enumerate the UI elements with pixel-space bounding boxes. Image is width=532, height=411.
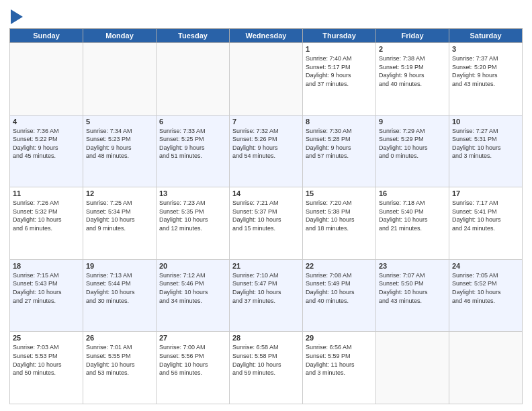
page: SundayMondayTuesdayWednesdayThursdayFrid… (0, 0, 532, 411)
calendar-week-5: 25Sunrise: 7:03 AM Sunset: 5:53 PM Dayli… (10, 332, 523, 404)
day-number: 29 (306, 334, 373, 342)
day-number: 19 (86, 262, 153, 270)
calendar-cell: 19Sunrise: 7:13 AM Sunset: 5:44 PM Dayli… (83, 259, 157, 332)
day-info: Sunrise: 7:40 AM Sunset: 5:17 PM Dayligh… (306, 54, 373, 88)
day-number: 10 (452, 118, 519, 126)
day-info: Sunrise: 7:18 AM Sunset: 5:40 PM Dayligh… (379, 199, 446, 232)
calendar-cell: 13Sunrise: 7:23 AM Sunset: 5:35 PM Dayli… (157, 187, 230, 260)
calendar-table: SundayMondayTuesdayWednesdayThursdayFrid… (9, 28, 523, 404)
day-number: 6 (159, 118, 226, 126)
calendar-cell: 8Sunrise: 7:30 AM Sunset: 5:28 PM Daylig… (303, 115, 376, 187)
calendar-cell: 17Sunrise: 7:17 AM Sunset: 5:41 PM Dayli… (449, 187, 523, 260)
day-number: 4 (13, 118, 80, 126)
day-info: Sunrise: 7:38 AM Sunset: 5:19 PM Dayligh… (379, 54, 446, 88)
day-info: Sunrise: 7:33 AM Sunset: 5:25 PM Dayligh… (159, 127, 226, 161)
day-info: Sunrise: 7:13 AM Sunset: 5:44 PM Dayligh… (86, 271, 153, 305)
day-number: 2 (379, 45, 446, 53)
day-info: Sunrise: 7:26 AM Sunset: 5:32 PM Dayligh… (13, 199, 80, 232)
calendar-cell (157, 43, 230, 116)
day-number: 16 (379, 189, 446, 197)
day-info: Sunrise: 6:56 AM Sunset: 5:59 PM Dayligh… (306, 343, 373, 377)
day-info: Sunrise: 7:15 AM Sunset: 5:43 PM Dayligh… (13, 271, 80, 305)
day-number: 9 (379, 118, 446, 126)
calendar-cell: 11Sunrise: 7:26 AM Sunset: 5:32 PM Dayli… (10, 187, 83, 260)
day-info: Sunrise: 7:21 AM Sunset: 5:37 PM Dayligh… (232, 199, 300, 232)
day-info: Sunrise: 7:07 AM Sunset: 5:50 PM Dayligh… (379, 271, 446, 305)
calendar-cell: 21Sunrise: 7:10 AM Sunset: 5:47 PM Dayli… (230, 259, 303, 332)
col-header-tuesday: Tuesday (157, 29, 230, 43)
calendar-cell: 16Sunrise: 7:18 AM Sunset: 5:40 PM Dayli… (376, 187, 449, 260)
day-number: 25 (13, 334, 80, 342)
day-info: Sunrise: 7:29 AM Sunset: 5:29 PM Dayligh… (379, 127, 446, 161)
calendar-cell: 7Sunrise: 7:32 AM Sunset: 5:26 PM Daylig… (230, 115, 303, 187)
calendar-cell (230, 43, 303, 116)
day-info: Sunrise: 7:08 AM Sunset: 5:49 PM Dayligh… (306, 271, 373, 305)
calendar-cell: 27Sunrise: 7:00 AM Sunset: 5:56 PM Dayli… (157, 332, 230, 404)
day-number: 8 (306, 118, 373, 126)
col-header-sunday: Sunday (10, 29, 83, 43)
col-header-monday: Monday (83, 29, 157, 43)
calendar-cell: 23Sunrise: 7:07 AM Sunset: 5:50 PM Dayli… (376, 259, 449, 332)
header-row: SundayMondayTuesdayWednesdayThursdayFrid… (10, 29, 523, 43)
calendar-cell: 18Sunrise: 7:15 AM Sunset: 5:43 PM Dayli… (10, 259, 83, 332)
calendar-cell: 22Sunrise: 7:08 AM Sunset: 5:49 PM Dayli… (303, 259, 376, 332)
calendar-cell: 1Sunrise: 7:40 AM Sunset: 5:17 PM Daylig… (303, 43, 376, 116)
header (9, 7, 523, 24)
col-header-saturday: Saturday (449, 29, 523, 43)
day-number: 17 (452, 189, 519, 197)
day-number: 7 (232, 118, 300, 126)
calendar-cell: 25Sunrise: 7:03 AM Sunset: 5:53 PM Dayli… (10, 332, 83, 404)
calendar-cell: 24Sunrise: 7:05 AM Sunset: 5:52 PM Dayli… (449, 259, 523, 332)
calendar-cell: 3Sunrise: 7:37 AM Sunset: 5:20 PM Daylig… (449, 43, 523, 116)
col-header-wednesday: Wednesday (230, 29, 303, 43)
day-number: 18 (13, 262, 80, 270)
day-info: Sunrise: 7:03 AM Sunset: 5:53 PM Dayligh… (13, 343, 80, 377)
day-number: 1 (306, 45, 373, 53)
calendar-cell: 10Sunrise: 7:27 AM Sunset: 5:31 PM Dayli… (449, 115, 523, 187)
day-info: Sunrise: 7:36 AM Sunset: 5:22 PM Dayligh… (13, 127, 80, 161)
day-info: Sunrise: 7:37 AM Sunset: 5:20 PM Dayligh… (452, 54, 519, 88)
calendar-cell: 15Sunrise: 7:20 AM Sunset: 5:38 PM Dayli… (303, 187, 376, 260)
day-info: Sunrise: 7:01 AM Sunset: 5:55 PM Dayligh… (86, 343, 153, 377)
calendar-week-1: 1Sunrise: 7:40 AM Sunset: 5:17 PM Daylig… (10, 43, 523, 116)
day-info: Sunrise: 7:05 AM Sunset: 5:52 PM Dayligh… (452, 271, 519, 305)
svg-marker-0 (11, 9, 23, 24)
calendar-cell: 20Sunrise: 7:12 AM Sunset: 5:46 PM Dayli… (157, 259, 230, 332)
day-number: 20 (159, 262, 226, 270)
calendar-cell (449, 332, 523, 404)
calendar-cell: 4Sunrise: 7:36 AM Sunset: 5:22 PM Daylig… (10, 115, 83, 187)
calendar-cell: 9Sunrise: 7:29 AM Sunset: 5:29 PM Daylig… (376, 115, 449, 187)
day-info: Sunrise: 7:27 AM Sunset: 5:31 PM Dayligh… (452, 127, 519, 161)
day-number: 13 (159, 189, 226, 197)
day-number: 5 (86, 118, 153, 126)
calendar-week-3: 11Sunrise: 7:26 AM Sunset: 5:32 PM Dayli… (10, 187, 523, 260)
calendar-cell: 28Sunrise: 6:58 AM Sunset: 5:58 PM Dayli… (230, 332, 303, 404)
day-number: 11 (13, 189, 80, 197)
day-info: Sunrise: 7:23 AM Sunset: 5:35 PM Dayligh… (159, 199, 226, 232)
calendar-cell: 29Sunrise: 6:56 AM Sunset: 5:59 PM Dayli… (303, 332, 376, 404)
day-number: 21 (232, 262, 300, 270)
calendar-cell: 5Sunrise: 7:34 AM Sunset: 5:23 PM Daylig… (83, 115, 157, 187)
day-number: 3 (452, 45, 519, 53)
calendar-week-4: 18Sunrise: 7:15 AM Sunset: 5:43 PM Dayli… (10, 259, 523, 332)
day-number: 26 (86, 334, 153, 342)
day-number: 22 (306, 262, 373, 270)
logo-icon (11, 9, 23, 24)
day-info: Sunrise: 7:00 AM Sunset: 5:56 PM Dayligh… (159, 343, 226, 377)
day-info: Sunrise: 7:20 AM Sunset: 5:38 PM Dayligh… (306, 199, 373, 232)
calendar-cell: 14Sunrise: 7:21 AM Sunset: 5:37 PM Dayli… (230, 187, 303, 260)
day-number: 14 (232, 189, 300, 197)
calendar-cell: 6Sunrise: 7:33 AM Sunset: 5:25 PM Daylig… (157, 115, 230, 187)
day-number: 15 (306, 189, 373, 197)
calendar-cell: 2Sunrise: 7:38 AM Sunset: 5:19 PM Daylig… (376, 43, 449, 116)
day-number: 24 (452, 262, 519, 270)
day-info: Sunrise: 7:32 AM Sunset: 5:26 PM Dayligh… (232, 127, 300, 161)
day-info: Sunrise: 7:34 AM Sunset: 5:23 PM Dayligh… (86, 127, 153, 161)
day-info: Sunrise: 7:10 AM Sunset: 5:47 PM Dayligh… (232, 271, 300, 305)
col-header-friday: Friday (376, 29, 449, 43)
calendar-week-2: 4Sunrise: 7:36 AM Sunset: 5:22 PM Daylig… (10, 115, 523, 187)
day-number: 23 (379, 262, 446, 270)
day-number: 27 (159, 334, 226, 342)
day-info: Sunrise: 7:17 AM Sunset: 5:41 PM Dayligh… (452, 199, 519, 232)
day-info: Sunrise: 6:58 AM Sunset: 5:58 PM Dayligh… (232, 343, 300, 377)
